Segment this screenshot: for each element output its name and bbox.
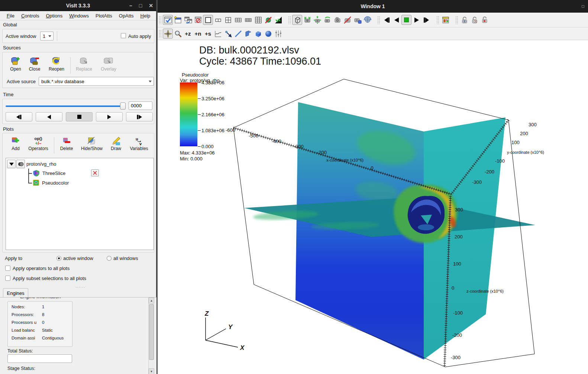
engines-scrollbar[interactable]: ▲ ▼ (148, 297, 154, 374)
overlay-source-button[interactable]: Overlay (98, 56, 119, 72)
navigate-mode-button[interactable] (163, 29, 173, 39)
replace-source-button[interactable]: Replace (74, 56, 94, 72)
active-source-select[interactable]: bulk.*.vlsv database (39, 77, 154, 86)
close-icon[interactable]: ✕ (149, 3, 153, 9)
lock-tools-button[interactable] (479, 15, 490, 25)
fullframe-mode-button[interactable] (273, 15, 283, 25)
layout-2x4-button[interactable] (243, 15, 253, 25)
menu-help[interactable]: Help (138, 12, 154, 20)
variables-button[interactable]: uv Variables (126, 136, 152, 151)
operator-row[interactable]: ThreeSlice (33, 170, 65, 177)
minimize-icon[interactable]: – (129, 3, 132, 9)
lineout-mode-button[interactable] (213, 29, 223, 39)
viewer-next-frame-button[interactable] (421, 15, 432, 25)
layout-3x3-button[interactable] (253, 15, 263, 25)
plot-expand-button[interactable] (7, 160, 16, 168)
add-plot-button[interactable]: Add (7, 136, 24, 151)
reopen-source-button[interactable]: Reopen (46, 56, 67, 72)
all-windows-radio[interactable] (107, 256, 112, 261)
active-window-radio[interactable] (56, 256, 61, 261)
toolbar-grip[interactable] (436, 16, 439, 24)
prev-frame-button[interactable] (6, 112, 32, 121)
window-appearance-button[interactable] (440, 15, 450, 25)
perspective-toggle-button[interactable] (292, 15, 302, 25)
remove-operator-button[interactable] (91, 169, 99, 176)
tab-engines[interactable]: Engines (3, 288, 28, 297)
zoom-axis-button[interactable]: +z (183, 29, 193, 39)
layout-2x2-button[interactable] (223, 15, 233, 25)
menu-plotatts[interactable]: PlotAtts (93, 12, 115, 20)
menu-opatts[interactable]: OpAtts (116, 12, 137, 20)
scroll-up-icon[interactable]: ▲ (149, 297, 154, 303)
menu-options[interactable]: Options (43, 12, 65, 20)
choose-center-button[interactable] (362, 15, 372, 25)
plot-active-toggle[interactable] (16, 160, 25, 168)
hide-show-plot-button[interactable]: Hide/Show (78, 136, 106, 151)
total-status-field[interactable] (7, 354, 72, 363)
clone-window-button[interactable] (183, 15, 193, 25)
draw-plot-button[interactable]: Draw (108, 136, 124, 151)
plane-tool-button[interactable] (243, 29, 253, 39)
splitter-handle[interactable]: ······ (75, 285, 85, 289)
scrollbar-thumb[interactable] (149, 304, 154, 360)
open-source-button[interactable]: Open (7, 56, 24, 72)
toolbar-grip[interactable] (159, 30, 162, 38)
line-tool-button[interactable] (233, 29, 243, 39)
auto-apply-checkbox[interactable] (121, 33, 126, 38)
time-slider-track[interactable] (6, 105, 125, 107)
play-button[interactable] (96, 112, 123, 121)
chevron-down-icon (149, 81, 152, 82)
apply-operators-checkbox[interactable] (5, 266, 10, 271)
toolbar-grip[interactable] (288, 16, 291, 24)
axis-restriction-tool-button[interactable] (273, 29, 283, 39)
viewer-stop-button[interactable] (401, 15, 411, 25)
time-value-field[interactable]: 0000 (129, 101, 152, 110)
plot-type-row[interactable]: Pseudocolor (33, 179, 69, 186)
pick-mode-button[interactable] (223, 29, 233, 39)
undo-view-button[interactable] (322, 15, 332, 25)
new-window-button[interactable] (173, 15, 183, 25)
delete-window-button[interactable] (193, 15, 203, 25)
active-window-toggle-button[interactable] (163, 15, 173, 25)
redo-view-button[interactable] (332, 15, 342, 25)
active-window-select[interactable]: 1 (40, 32, 54, 40)
close-source-button[interactable]: Close (26, 56, 43, 72)
stop-button[interactable] (66, 112, 93, 121)
scroll-down-icon[interactable]: ▼ (149, 368, 154, 374)
lock-time-button[interactable] (469, 15, 479, 25)
zoom-mode-button[interactable] (173, 29, 183, 39)
plot-source-name[interactable]: proton/vg_rho (26, 161, 56, 167)
recenter-view-button[interactable] (312, 15, 322, 25)
maximize-icon[interactable]: □ (139, 3, 142, 9)
zone-pick-button[interactable]: +s (203, 29, 213, 39)
operators-button[interactable]: op() +/– Operators (25, 136, 52, 151)
save-view-button[interactable] (352, 15, 362, 25)
viewer-play-reverse-button[interactable] (391, 15, 401, 25)
viewport-3d[interactable]: -600 -500 -400 -300 -200 0 x-coordinate … (158, 40, 588, 374)
clear-views-button[interactable] (342, 15, 352, 25)
delete-plot-button[interactable]: Delete (57, 136, 76, 151)
play-reverse-button[interactable] (36, 112, 62, 121)
main-titlebar[interactable]: VisIt 3.3.3 – □ ✕ (0, 0, 156, 11)
toolbar-grip[interactable] (377, 16, 380, 24)
layout-2x3-button[interactable] (233, 15, 243, 25)
menu-file[interactable]: File (4, 12, 17, 20)
toolbar-grip[interactable] (455, 16, 458, 24)
apply-subset-checkbox[interactable] (5, 276, 10, 281)
menu-windows[interactable]: Windows (66, 12, 92, 20)
layout-1x1-button[interactable] (203, 15, 213, 25)
reset-view-button[interactable] (302, 15, 312, 25)
viewer-titlebar[interactable]: Window 1 (158, 0, 588, 13)
layout-1x2-button[interactable] (213, 15, 223, 25)
time-slider-handle[interactable] (120, 103, 126, 110)
viewer-prev-frame-button[interactable] (381, 15, 391, 25)
lock-view-button[interactable] (459, 15, 469, 25)
next-frame-button[interactable] (126, 112, 153, 121)
node-pick-button[interactable]: +n (193, 29, 203, 39)
sphere-tool-button[interactable] (263, 29, 273, 39)
menu-controls[interactable]: Controls (18, 12, 42, 20)
box-tool-button[interactable] (253, 29, 263, 39)
toolbar-grip[interactable] (159, 16, 162, 24)
spin-mode-button[interactable] (263, 15, 273, 25)
viewer-play-button[interactable] (411, 15, 421, 25)
